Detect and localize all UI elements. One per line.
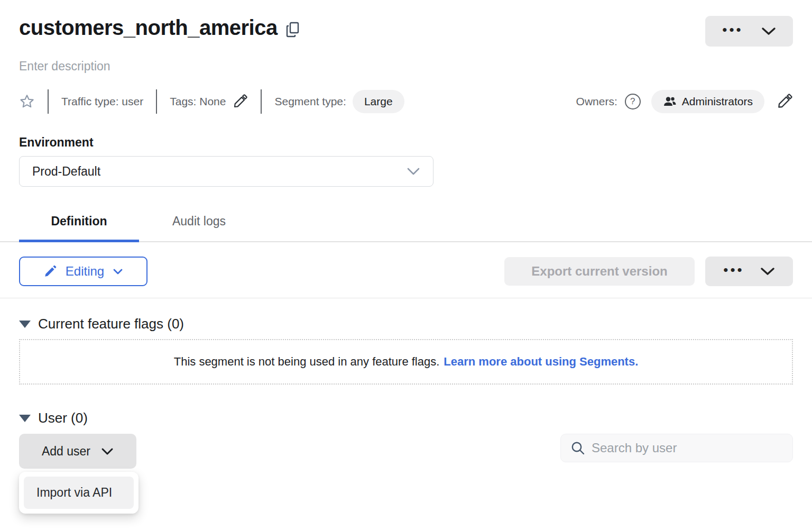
tags-label: Tags: None — [170, 95, 226, 108]
definition-more-button[interactable]: ••• — [705, 257, 793, 286]
segment-type-label: Segment type: — [274, 95, 346, 108]
owners-badge[interactable]: Administrators — [651, 90, 764, 113]
tab-audit-logs[interactable]: Audit logs — [139, 207, 259, 241]
definition-toolbar: Editing Export current version ••• — [19, 257, 793, 286]
traffic-type-label: Traffic type: user — [61, 95, 143, 108]
chevron-down-icon — [407, 167, 420, 176]
search-by-user-input[interactable] — [592, 441, 783, 455]
learn-more-link[interactable]: Learn more about using Segments. — [444, 355, 638, 369]
owners-label: Owners: — [576, 95, 617, 108]
environment-label: Environment — [19, 135, 793, 150]
feature-flags-section-header[interactable]: Current feature flags (0) — [19, 316, 793, 332]
segment-detail-page: customers_north_america ••• Enter descri… — [0, 0, 812, 530]
title-row: customers_north_america ••• — [19, 16, 793, 47]
chevron-down-icon — [761, 27, 776, 35]
feature-flags-empty-state: This segment is not being used in any fe… — [19, 339, 793, 385]
add-user-button[interactable]: Add user — [19, 434, 136, 469]
edit-owners-icon[interactable] — [776, 93, 793, 110]
description-placeholder[interactable]: Enter description — [19, 59, 793, 74]
editing-mode-button[interactable]: Editing — [19, 257, 147, 286]
collapse-triangle-icon[interactable] — [19, 321, 31, 328]
star-icon[interactable] — [19, 94, 35, 109]
segment-type-badge: Large — [353, 90, 404, 113]
divider — [48, 89, 49, 114]
chevron-down-icon — [113, 268, 123, 275]
add-user-dropdown-menu: Import via API — [19, 472, 139, 514]
add-user-label: Add user — [42, 444, 90, 459]
chevron-down-icon — [760, 267, 775, 276]
user-search-box[interactable] — [560, 434, 793, 462]
collapse-triangle-icon[interactable] — [19, 415, 31, 422]
divider — [0, 298, 812, 298]
edit-tags-icon[interactable] — [232, 94, 248, 109]
menu-item-import-via-api[interactable]: Import via API — [24, 477, 134, 509]
environment-selected-value: Prod-Default — [32, 165, 100, 179]
search-icon — [570, 441, 585, 455]
export-current-version-button[interactable]: Export current version — [504, 257, 695, 286]
empty-message: This segment is not being used in any fe… — [174, 355, 440, 369]
ellipsis-icon: ••• — [723, 263, 744, 280]
feature-flags-section-title: Current feature flags (0) — [38, 316, 184, 332]
chevron-down-icon — [101, 447, 114, 455]
user-section-title: User (0) — [38, 410, 88, 426]
copy-icon[interactable] — [286, 22, 300, 38]
header-more-button[interactable]: ••• — [705, 16, 793, 47]
divider — [156, 89, 157, 114]
owners-value: Administrators — [682, 95, 753, 108]
meta-row: Traffic type: user Tags: None Segment ty… — [19, 89, 793, 114]
page-title: customers_north_america — [19, 16, 278, 40]
user-section-header[interactable]: User (0) — [19, 410, 793, 426]
editing-label: Editing — [66, 264, 104, 279]
people-icon — [663, 96, 677, 107]
help-icon[interactable]: ? — [625, 94, 641, 109]
pencil-icon — [43, 264, 57, 278]
user-actions-row: Add user Import via API — [19, 434, 793, 469]
ellipsis-icon: ••• — [722, 23, 743, 40]
tab-bar: Definition Audit logs — [0, 207, 812, 242]
environment-select[interactable]: Prod-Default — [19, 156, 433, 187]
divider — [261, 89, 262, 114]
tab-definition[interactable]: Definition — [19, 207, 139, 241]
